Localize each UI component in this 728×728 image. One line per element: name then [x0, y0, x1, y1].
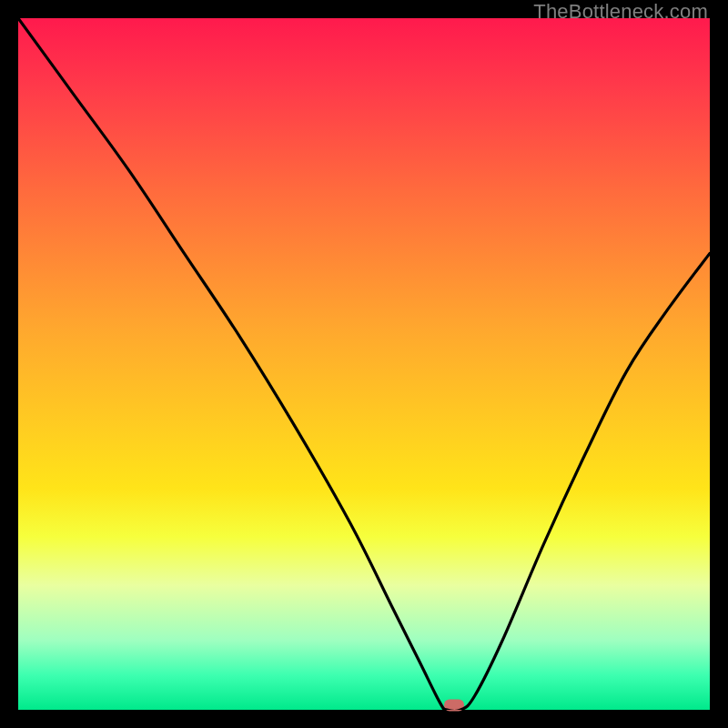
chart-frame: TheBottleneck.com — [0, 0, 728, 728]
plot-area — [18, 18, 710, 710]
bottleneck-curve — [18, 18, 710, 710]
curve-path — [18, 18, 710, 710]
watermark-text: TheBottleneck.com — [533, 0, 708, 24]
